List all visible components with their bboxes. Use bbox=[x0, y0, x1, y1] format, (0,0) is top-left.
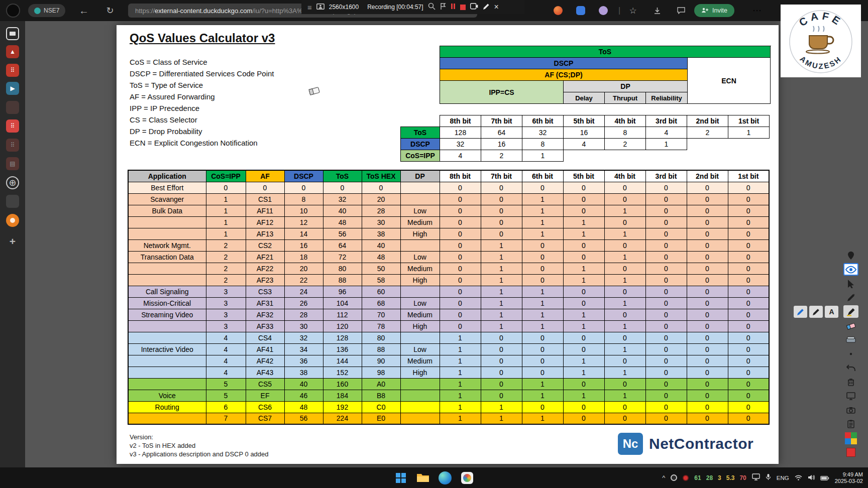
microphone-tray-icon[interactable] bbox=[766, 473, 771, 482]
text-tool-icon[interactable]: A bbox=[825, 306, 838, 318]
language-indicator[interactable]: ENG bbox=[777, 475, 789, 481]
qos-cell: 0 bbox=[728, 297, 769, 309]
undo-icon[interactable] bbox=[843, 361, 858, 374]
browser-icon[interactable] bbox=[438, 471, 452, 485]
qos-cell: 7 bbox=[206, 413, 246, 424]
hardware-stat: 70 bbox=[739, 474, 746, 481]
file-explorer-icon[interactable] bbox=[416, 471, 430, 485]
app-chart-icon[interactable]: ▲ bbox=[6, 45, 19, 58]
qos-col-header: 5th bit bbox=[563, 170, 604, 182]
url-search-icon[interactable] bbox=[428, 3, 436, 12]
app-orange-icon[interactable] bbox=[6, 214, 19, 227]
tray-app-icon[interactable] bbox=[671, 474, 677, 481]
bit-header-cell: 7th bit bbox=[481, 115, 522, 127]
qos-cell: 0 bbox=[687, 251, 728, 263]
blue-app-icon bbox=[576, 6, 585, 15]
app-dim-icon-1[interactable] bbox=[6, 101, 19, 114]
legend-line: IPP = IP Precedence bbox=[130, 102, 274, 114]
cursor-tool-icon[interactable] bbox=[843, 277, 858, 290]
wide-eraser-tool-icon[interactable] bbox=[843, 333, 858, 346]
qos-cell: 0 bbox=[645, 320, 687, 332]
qos-cell: 1 bbox=[206, 193, 246, 205]
chat-bubble-icon[interactable] bbox=[675, 0, 687, 21]
profile-badge[interactable]: NSE7 bbox=[28, 4, 65, 17]
browser-app-icon-1[interactable] bbox=[553, 0, 564, 21]
qos-app-cell: Bulk Data bbox=[128, 205, 206, 216]
add-page-icon[interactable]: + bbox=[6, 235, 19, 248]
qos-cell: 0 bbox=[563, 205, 604, 216]
back-button[interactable]: ← bbox=[75, 0, 92, 21]
qos-cell: 90 bbox=[362, 355, 400, 367]
start-button[interactable] bbox=[394, 471, 408, 485]
recorder-close-icon[interactable]: × bbox=[494, 3, 499, 12]
favorites-star-icon[interactable]: ☆ bbox=[627, 0, 639, 21]
photos-icon[interactable] bbox=[460, 471, 474, 485]
qos-cell: 34 bbox=[284, 343, 323, 355]
app-dice-icon[interactable]: ⠿ bbox=[6, 64, 19, 77]
back-icon: ← bbox=[79, 5, 89, 17]
dot-size-icon[interactable] bbox=[843, 347, 858, 360]
app-dim-icon-4[interactable] bbox=[6, 195, 19, 208]
qos-cell: 1 bbox=[604, 205, 645, 216]
trash-icon[interactable] bbox=[843, 376, 858, 388]
screen-share-icon[interactable] bbox=[6, 27, 19, 40]
qos-cell: 1 bbox=[481, 413, 522, 424]
qos-cell: 0 bbox=[687, 343, 728, 355]
invite-button[interactable]: Invite bbox=[694, 4, 734, 17]
camera-tool-icon[interactable] bbox=[843, 404, 858, 416]
pen-tool-icon[interactable] bbox=[843, 291, 858, 304]
qos-cell: 36 bbox=[284, 355, 323, 367]
pin-tool-icon[interactable] bbox=[843, 249, 858, 262]
annotate-pen-icon[interactable] bbox=[483, 3, 490, 12]
stop-button[interactable] bbox=[460, 5, 466, 10]
eye-tool-icon[interactable] bbox=[843, 263, 858, 276]
qos-cell: 0 bbox=[440, 239, 481, 251]
qos-cell: 1 bbox=[522, 286, 563, 297]
app-dim-icon-3[interactable]: ▤ bbox=[6, 157, 19, 170]
downloads-icon[interactable] bbox=[651, 0, 663, 21]
qos-cell: 12 bbox=[284, 216, 323, 228]
legend-line: DSCP = Differentiated Services Code Poin… bbox=[130, 68, 274, 79]
more-menu-icon[interactable]: ⋯ bbox=[749, 0, 765, 21]
app-play-icon[interactable]: ▶ bbox=[6, 82, 19, 95]
clipboard-tool-icon[interactable] bbox=[843, 418, 858, 430]
qos-cell bbox=[400, 401, 440, 413]
clock[interactable]: 9:49 AM 2025-03-02 bbox=[835, 471, 863, 484]
recording-indicator-icon[interactable] bbox=[683, 475, 689, 481]
content-image: QoS Values Calculator v3 CoS = Class of … bbox=[117, 25, 779, 464]
color-swatch-icon[interactable] bbox=[843, 446, 858, 458]
bookmark-flag-icon[interactable] bbox=[440, 3, 446, 12]
screenshot-camera-icon[interactable] bbox=[470, 3, 478, 11]
tray-expand-icon[interactable]: ^ bbox=[662, 474, 665, 481]
qos-cell: Medium bbox=[400, 309, 440, 320]
reload-button[interactable]: ↻ bbox=[101, 0, 119, 21]
pause-button[interactable] bbox=[451, 4, 456, 11]
profile-avatar[interactable] bbox=[6, 4, 20, 18]
display-tray-icon[interactable] bbox=[752, 473, 760, 482]
marker-tool-icon[interactable] bbox=[843, 305, 858, 318]
eraser-tool-icon[interactable] bbox=[843, 319, 858, 332]
qos-cell: 0 bbox=[687, 309, 728, 320]
wifi-icon[interactable] bbox=[795, 473, 802, 482]
app-dim-icon-2[interactable]: ⠿ bbox=[6, 139, 19, 152]
qos-cell: 1 bbox=[440, 343, 481, 355]
browser-app-icon-2[interactable] bbox=[575, 0, 586, 21]
qos-cell: 1 bbox=[604, 390, 645, 401]
qos-cell: 120 bbox=[323, 320, 362, 332]
pen-black-icon[interactable] bbox=[809, 306, 823, 318]
palette-icon[interactable] bbox=[843, 432, 858, 444]
qos-cell: 0 bbox=[522, 274, 563, 286]
qos-cell: 0 bbox=[522, 367, 563, 378]
qos-cell: 0 bbox=[362, 182, 400, 193]
globe-icon[interactable]: ⊕ bbox=[6, 176, 19, 189]
screen-tool-icon[interactable] bbox=[843, 390, 858, 402]
pen-blue-icon[interactable] bbox=[794, 306, 807, 318]
qos-cell: 56 bbox=[323, 228, 362, 239]
battery-icon[interactable] bbox=[820, 473, 829, 482]
volume-icon[interactable] bbox=[808, 473, 815, 482]
qos-app-cell bbox=[128, 413, 206, 424]
recorder-drag-handle-icon[interactable]: ≡ bbox=[307, 3, 312, 12]
app-grid-icon[interactable]: ⠿ bbox=[6, 119, 19, 133]
browser-extension-icon[interactable] bbox=[598, 0, 609, 21]
qos-cell: 1 bbox=[604, 228, 645, 239]
